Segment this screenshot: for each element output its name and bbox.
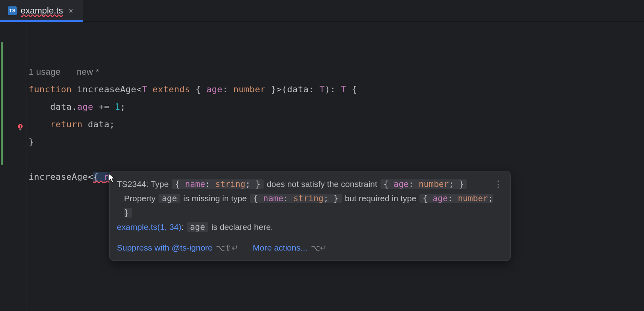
kebab-menu-icon[interactable]: ⋮: [494, 177, 503, 191]
code-token: ;: [109, 119, 115, 129]
code-token: number: [233, 84, 266, 94]
code-token: {: [352, 84, 357, 94]
editor-gutter: [0, 22, 27, 311]
code-token: return: [50, 119, 82, 129]
inlay-usages[interactable]: 1 usage: [29, 67, 60, 77]
tooltip-text: is declared here.: [209, 222, 273, 231]
svg-rect-1: [20, 125, 21, 127]
shortcut-hint: ⌥↵: [311, 243, 327, 252]
svg-point-2: [20, 127, 21, 128]
code-token: +=: [99, 102, 109, 112]
code-token: :: [223, 84, 228, 94]
code-token: age: [77, 102, 93, 112]
mouse-cursor-icon: [108, 173, 116, 183]
code-token: >: [276, 84, 282, 94]
code-editor[interactable]: 1 usage new * function increaseAge<T ext…: [0, 22, 644, 311]
error-code: TS2344: [117, 179, 146, 189]
suppress-action[interactable]: Suppress with @ts-ignore⌥⇧↵: [117, 241, 239, 255]
error-bulb-icon[interactable]: [17, 123, 24, 130]
code-token: increaseAge: [29, 172, 88, 182]
code-token: }: [271, 84, 277, 94]
action-label: Suppress with @ts-ignore: [117, 243, 213, 252]
tooltip-actions: Suppress with @ts-ignore⌥⇧↵ More actions…: [117, 241, 503, 255]
code-token: age: [206, 84, 223, 94]
tooltip-text: :: [181, 222, 186, 231]
code-token: increaseAge: [77, 84, 136, 94]
code-token: .: [72, 102, 77, 112]
svg-rect-3: [19, 129, 21, 130]
action-label: More actions...: [253, 243, 308, 252]
code-token: T: [341, 84, 347, 94]
code-chip: { name: string; }: [250, 194, 342, 203]
close-tab-icon[interactable]: ×: [67, 7, 75, 15]
code-token: T: [320, 84, 325, 94]
tooltip-line-1: TS2344: Type { name: string; } does not …: [117, 177, 503, 191]
code-token: :: [330, 84, 336, 94]
shortcut-hint: ⌥⇧↵: [216, 243, 239, 252]
code-token: ): [325, 84, 330, 94]
code-token: data: [88, 119, 109, 129]
code-token: extends: [153, 84, 190, 94]
code-token: ;: [120, 102, 126, 112]
code-token: data: [50, 102, 72, 112]
tooltip-line-3: example.ts(1, 34): age is declared here.: [117, 220, 503, 234]
code-token: :: [308, 84, 314, 94]
code-chip: { age: number; }: [380, 179, 467, 189]
code-chip: { name: string; }: [172, 179, 264, 189]
code-token: function: [29, 84, 72, 94]
tab-filename: example.ts: [21, 6, 63, 16]
code-token: {: [93, 172, 104, 182]
tooltip-text: does not satisfy the constraint: [264, 179, 380, 189]
code-token: data: [287, 84, 308, 94]
current-line-highlight: [0, 134, 644, 152]
inlay-new[interactable]: new *: [77, 67, 99, 77]
file-tab[interactable]: TS example.ts ×: [0, 0, 83, 21]
tooltip-text: : Type: [146, 179, 171, 189]
tooltip-text: is missing in type: [181, 194, 249, 203]
tab-bar: TS example.ts ×: [0, 0, 644, 22]
code-token: {: [196, 84, 201, 94]
tooltip-text: but required in type: [343, 194, 419, 203]
code-token: 1: [115, 102, 120, 112]
code-chip: age: [159, 194, 180, 203]
error-tooltip: ⋮ TS2344: Type { name: string; } does no…: [109, 171, 511, 261]
code-token: (: [282, 84, 287, 94]
code-token: }: [29, 137, 34, 147]
source-link[interactable]: example.ts(1, 34): [117, 222, 181, 231]
code-area[interactable]: 1 usage new * function increaseAge<T ext…: [27, 22, 644, 311]
code-token: T: [142, 84, 147, 94]
code-token: <: [136, 84, 142, 94]
more-actions[interactable]: More actions...⌥↵: [253, 241, 327, 255]
svg-rect-4: [19, 130, 21, 130]
tooltip-text: Property: [124, 194, 158, 203]
typescript-file-icon: TS: [8, 6, 17, 15]
code-token: <: [88, 172, 93, 182]
code-chip: age: [187, 222, 208, 232]
tooltip-line-2: Property age is missing in type { name: …: [117, 191, 503, 220]
vcs-change-marker[interactable]: [1, 42, 3, 165]
